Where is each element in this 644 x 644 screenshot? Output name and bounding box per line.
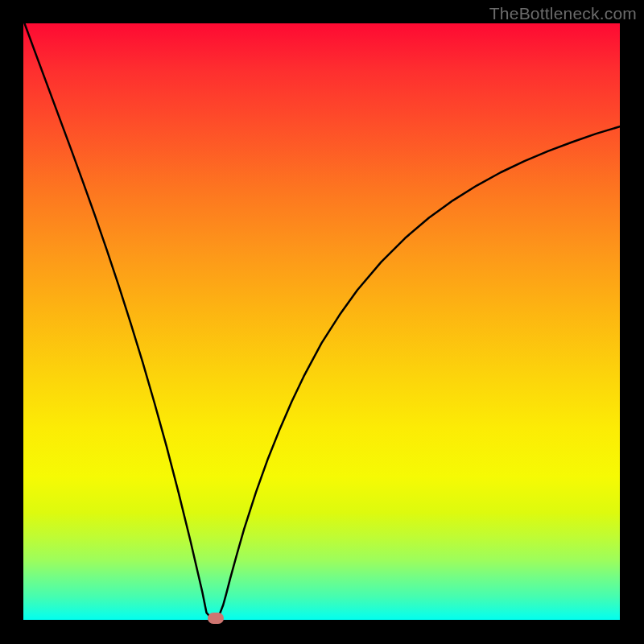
plot-frame xyxy=(23,23,620,620)
bottleneck-curve xyxy=(23,23,620,620)
watermark-text: TheBottleneck.com xyxy=(489,4,637,23)
bottleneck-marker xyxy=(208,613,224,624)
